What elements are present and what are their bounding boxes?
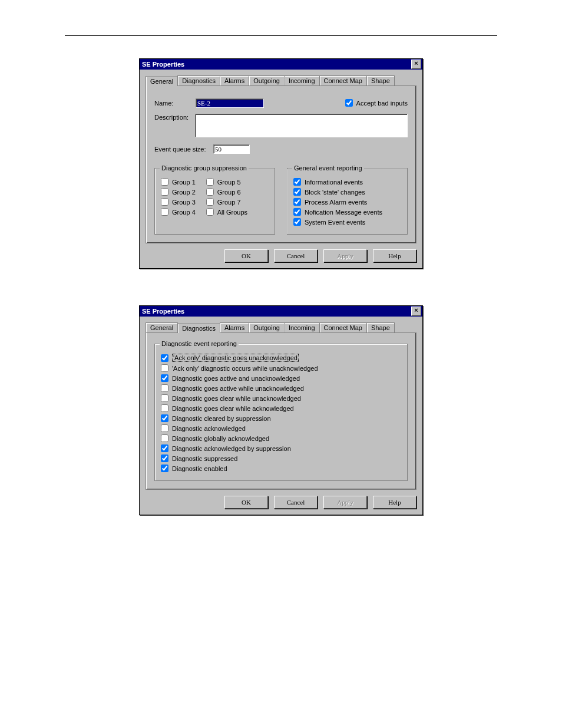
dialog-diagnostics: SE Properties × General Diagnostics Alar…	[139, 305, 423, 515]
tab-outgoing[interactable]: Outgoing	[249, 322, 285, 332]
checkbox-box[interactable]	[293, 208, 301, 216]
accept-bad-inputs-box[interactable]	[345, 99, 353, 107]
tab-general[interactable]: General	[146, 322, 178, 332]
checkbox-box[interactable]	[161, 384, 168, 392]
checkbox-box[interactable]	[293, 198, 301, 206]
checkbox-item[interactable]: Diagnostic cleared by suppression	[161, 414, 401, 422]
checkbox-box[interactable]	[293, 178, 301, 186]
checkbox-box[interactable]	[161, 198, 168, 206]
checkbox-item[interactable]: Group 3	[161, 198, 196, 206]
titlebar[interactable]: SE Properties ×	[140, 306, 422, 317]
page-rule	[65, 35, 497, 36]
checkbox-box[interactable]	[161, 178, 168, 186]
checkbox-box[interactable]	[161, 434, 168, 442]
checkbox-item[interactable]: Informational events	[293, 178, 401, 186]
checkbox-item[interactable]: Diagnostic suppressed	[161, 454, 401, 462]
checkbox-box[interactable]	[161, 424, 168, 432]
checkbox-label: Informational events	[305, 179, 363, 186]
checkbox-label: Group 2	[172, 189, 196, 196]
checkbox-box[interactable]	[206, 188, 214, 196]
checkbox-label: Diagnostic acknowledged	[172, 425, 246, 432]
checkbox-item[interactable]: Diagnostic goes clear while unacknowledg…	[161, 394, 401, 402]
checkbox-item[interactable]: Diagnostic acknowledged	[161, 424, 401, 432]
tab-diagnostics[interactable]: Diagnostics	[177, 323, 220, 333]
apply-button[interactable]: Apply	[323, 249, 367, 262]
checkbox-box[interactable]	[161, 454, 168, 462]
checkbox-item[interactable]: Group 6	[206, 188, 247, 196]
checkbox-box[interactable]	[161, 414, 168, 422]
checkbox-item[interactable]: Group 5	[206, 178, 247, 186]
close-icon[interactable]: ×	[411, 60, 421, 69]
checkbox-box[interactable]	[206, 178, 214, 186]
checkbox-item[interactable]: Diagnostic enabled	[161, 465, 401, 472]
checkbox-box[interactable]	[161, 208, 168, 216]
button-bar: OK Cancel Apply Help	[140, 243, 422, 268]
checkbox-item[interactable]: All Groups	[206, 208, 247, 216]
checkbox-label: Diagnostic acknowledged by suppression	[172, 445, 291, 452]
checkbox-item[interactable]: System Event events	[293, 218, 401, 226]
help-button[interactable]: Help	[373, 496, 416, 509]
checkbox-item[interactable]: Diagnostic globally acknowledged	[161, 434, 401, 442]
description-input[interactable]	[195, 114, 408, 137]
checkbox-label: Group 3	[172, 199, 196, 206]
group-diag-reporting: Diagnostic event reporting 'Ack only' di…	[154, 344, 408, 481]
tab-outgoing[interactable]: Outgoing	[249, 75, 285, 85]
group-reporting-legend: General event reporting	[292, 164, 364, 172]
checkbox-item[interactable]: Group 2	[161, 188, 196, 196]
checkbox-item[interactable]: Nofication Message events	[293, 208, 401, 216]
titlebar[interactable]: SE Properties ×	[140, 59, 422, 70]
checkbox-item[interactable]: 'Ack only' diagnostic goes unacknowledge…	[161, 354, 401, 362]
tab-connect-map[interactable]: Connect Map	[319, 322, 367, 332]
checkbox-box[interactable]	[161, 374, 168, 382]
tab-incoming[interactable]: Incoming	[284, 75, 320, 85]
checkbox-box[interactable]	[293, 188, 301, 196]
group-reporting: General event reporting Informational ev…	[287, 168, 408, 235]
checkbox-label: Block 'state' changes	[305, 189, 365, 196]
checkbox-item[interactable]: Process Alarm events	[293, 198, 401, 206]
ok-button[interactable]: OK	[224, 496, 268, 509]
checkbox-label: Diagnostic goes active while unacknowled…	[172, 385, 304, 392]
tabstrip: General Diagnostics Alarms Outgoing Inco…	[146, 75, 416, 86]
tab-alarms[interactable]: Alarms	[220, 322, 249, 332]
checkbox-label: Diagnostic enabled	[172, 465, 227, 472]
checkbox-label: Group 7	[217, 199, 241, 206]
checkbox-item[interactable]: Diagnostic acknowledged by suppression	[161, 444, 401, 452]
tab-connect-map[interactable]: Connect Map	[319, 75, 367, 85]
checkbox-box[interactable]	[161, 404, 168, 412]
tab-shape[interactable]: Shape	[366, 75, 395, 85]
checkbox-item[interactable]: Diagnostic goes clear while acknowledged	[161, 404, 401, 412]
close-icon[interactable]: ×	[411, 307, 421, 316]
cancel-button[interactable]: Cancel	[274, 249, 318, 262]
checkbox-box[interactable]	[161, 364, 168, 372]
tab-alarms[interactable]: Alarms	[220, 75, 249, 85]
help-button[interactable]: Help	[373, 249, 416, 262]
accept-bad-inputs-checkbox[interactable]: Accept bad inputs	[345, 99, 408, 107]
checkbox-item[interactable]: Group 4	[161, 208, 196, 216]
checkbox-box[interactable]	[206, 198, 214, 206]
tab-diagnostics[interactable]: Diagnostics	[177, 75, 220, 85]
checkbox-box[interactable]	[206, 208, 214, 216]
cancel-button[interactable]: Cancel	[274, 496, 318, 509]
checkbox-box[interactable]	[161, 465, 168, 472]
checkbox-item[interactable]: Group 7	[206, 198, 247, 206]
checkbox-label: Group 1	[172, 179, 196, 186]
checkbox-item[interactable]: Block 'state' changes	[293, 188, 401, 196]
tab-incoming[interactable]: Incoming	[284, 322, 320, 332]
checkbox-item[interactable]: Diagnostic goes active while unacknowled…	[161, 384, 401, 392]
checkbox-item[interactable]: Diagnostic goes active and unacknowledge…	[161, 374, 401, 382]
event-queue-input[interactable]	[213, 144, 250, 154]
checkbox-box[interactable]	[161, 444, 168, 452]
ok-button[interactable]: OK	[224, 249, 268, 262]
checkbox-box[interactable]	[161, 394, 168, 402]
group-suppression: Diagnostic group suppression Group 1Grou…	[154, 168, 275, 235]
checkbox-box[interactable]	[161, 188, 168, 196]
checkbox-box[interactable]	[293, 218, 301, 226]
checkbox-item[interactable]: Group 1	[161, 178, 196, 186]
apply-button[interactable]: Apply	[323, 496, 367, 509]
name-input[interactable]	[196, 98, 264, 108]
checkbox-item[interactable]: 'Ack only' diagnostic occurs while unack…	[161, 364, 401, 372]
tab-general[interactable]: General	[146, 76, 178, 86]
tab-shape[interactable]: Shape	[366, 322, 395, 332]
group-suppression-legend: Diagnostic group suppression	[160, 164, 249, 172]
checkbox-box[interactable]	[161, 354, 168, 362]
